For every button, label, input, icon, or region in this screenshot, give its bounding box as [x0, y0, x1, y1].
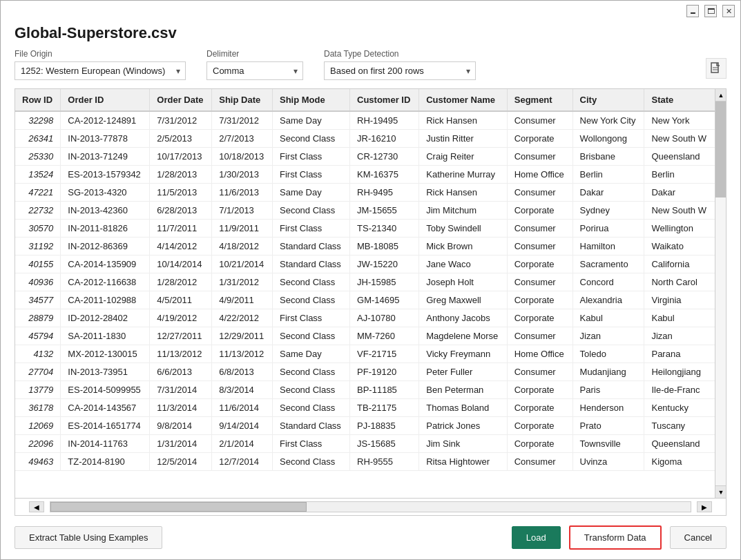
cell-2: 11/7/2011	[150, 220, 212, 238]
cell-5: VF-21715	[350, 345, 419, 363]
cell-9: North Carol	[644, 273, 715, 291]
maximize-button[interactable]: 🗖	[704, 5, 717, 17]
cell-2: 2/5/2013	[150, 130, 212, 148]
cell-8: New York City	[572, 111, 644, 130]
cell-2: 1/28/2012	[150, 273, 212, 291]
cell-9: Jizan	[644, 327, 715, 345]
header-row: Row IDOrder IDOrder DateShip DateShip Mo…	[15, 89, 715, 111]
cell-3: 12/7/2014	[212, 453, 273, 471]
minimize-button[interactable]: 🗕	[686, 5, 699, 17]
cell-7: Consumer	[507, 273, 572, 291]
table-row: 27704IN-2013-739516/6/20136/8/2013Second…	[15, 363, 715, 381]
cell-0: 13524	[15, 166, 61, 184]
cell-5: MM-7260	[350, 327, 419, 345]
cell-6: Rick Hansen	[419, 111, 508, 130]
cell-9: New South W	[644, 202, 715, 220]
column-header-ship-date: Ship Date	[212, 89, 273, 111]
vertical-scrollbar[interactable]: ▲ ▼	[715, 89, 726, 498]
cell-8: Porirua	[572, 220, 644, 238]
table-inner[interactable]: Row IDOrder IDOrder DateShip DateShip Mo…	[15, 89, 715, 498]
cell-2: 12/27/2011	[150, 327, 212, 345]
cell-6: Peter Fuller	[419, 363, 508, 381]
cell-6: Craig Reiter	[419, 148, 508, 166]
scroll-right-button[interactable]: ▶	[697, 501, 712, 512]
cell-5: KM-16375	[350, 166, 419, 184]
cell-7: Consumer	[507, 327, 572, 345]
cell-6: Jim Sink	[419, 435, 508, 453]
cell-6: Vicky Freymann	[419, 345, 508, 363]
cell-3: 11/6/2013	[212, 184, 273, 202]
scroll-down-button[interactable]: ▼	[715, 485, 726, 498]
scroll-thumb	[715, 102, 726, 197]
cell-1: IN-2014-11763	[61, 435, 150, 453]
cell-9: Kentucky	[644, 399, 715, 417]
cell-9: Berlin	[644, 166, 715, 184]
scroll-up-button[interactable]: ▲	[715, 89, 726, 102]
cell-0: 36178	[15, 399, 61, 417]
cell-7: Corporate	[507, 130, 572, 148]
cell-9: Queensland	[644, 435, 715, 453]
column-header-order-date: Order Date	[150, 89, 212, 111]
cell-1: IN-2012-86369	[61, 238, 150, 255]
data-type-select-wrapper[interactable]: Based on first 200 rows	[324, 61, 476, 80]
cell-3: 1/31/2012	[212, 273, 273, 291]
cell-0: 49463	[15, 453, 61, 471]
cell-7: Corporate	[507, 202, 572, 220]
column-header-row-id: Row ID	[15, 89, 61, 111]
cell-1: SG-2013-4320	[61, 184, 150, 202]
table-row: 31192IN-2012-863694/14/20124/18/2012Stan…	[15, 238, 715, 255]
close-button[interactable]: ✕	[722, 5, 735, 17]
data-type-select[interactable]: Based on first 200 rows	[324, 61, 476, 80]
cell-1: IN-2013-73951	[61, 363, 150, 381]
cell-3: 2/7/2013	[212, 130, 273, 148]
cell-4: Second Class	[272, 327, 349, 345]
cell-8: Jizan	[572, 327, 644, 345]
table-row: 22732IN-2013-423606/28/20137/1/2013Secon…	[15, 202, 715, 220]
table-row: 40155CA-2014-13590910/14/201410/21/2014S…	[15, 255, 715, 273]
cell-3: 10/18/2013	[212, 148, 273, 166]
extract-table-button[interactable]: Extract Table Using Examples	[15, 526, 162, 549]
cell-8: Henderson	[572, 399, 644, 417]
cell-4: First Class	[272, 220, 349, 238]
delimiter-select[interactable]: Comma	[206, 61, 303, 80]
cell-2: 11/5/2013	[150, 184, 212, 202]
table-row: 36178CA-2014-14356711/3/201411/6/2014Sec…	[15, 399, 715, 417]
cell-2: 4/5/2011	[150, 291, 212, 309]
cell-0: 25330	[15, 148, 61, 166]
table-row: 13524ES-2013-15793421/28/20131/30/2013Fi…	[15, 166, 715, 184]
cell-2: 4/19/2012	[150, 309, 212, 327]
cell-8: Concord	[572, 273, 644, 291]
cell-3: 11/13/2012	[212, 345, 273, 363]
cell-5: CR-12730	[350, 148, 419, 166]
cell-1: IN-2013-71249	[61, 148, 150, 166]
load-button[interactable]: Load	[512, 526, 561, 549]
cell-9: New South W	[644, 130, 715, 148]
cell-2: 9/8/2014	[150, 417, 212, 435]
cell-7: Consumer	[507, 148, 572, 166]
horizontal-scrollbar[interactable]: ◀ ▶	[15, 498, 726, 515]
cell-2: 1/28/2013	[150, 166, 212, 184]
data-type-group: Data Type Detection Based on first 200 r…	[324, 49, 476, 80]
file-origin-select-wrapper[interactable]: 1252: Western European (Windows)	[15, 61, 186, 80]
cell-8: Wollongong	[572, 130, 644, 148]
cell-2: 11/13/2012	[150, 345, 212, 363]
cancel-button[interactable]: Cancel	[670, 526, 726, 549]
cell-5: TB-21175	[350, 399, 419, 417]
file-icon	[711, 62, 722, 75]
h-scroll-thumb	[50, 502, 307, 512]
cell-8: Uvinza	[572, 453, 644, 471]
delimiter-select-wrapper[interactable]: Comma	[206, 61, 303, 80]
cell-3: 2/1/2014	[212, 435, 273, 453]
cell-4: Standard Class	[272, 238, 349, 255]
file-icon-button[interactable]	[706, 58, 726, 79]
cell-3: 6/8/2013	[212, 363, 273, 381]
cell-9: Parana	[644, 345, 715, 363]
file-origin-select[interactable]: 1252: Western European (Windows)	[15, 61, 186, 80]
cell-5: JM-15655	[350, 202, 419, 220]
scroll-track[interactable]	[715, 102, 726, 485]
transform-data-button[interactable]: Transform Data	[569, 525, 662, 550]
cell-2: 4/14/2012	[150, 238, 212, 255]
h-scroll-track[interactable]	[50, 501, 691, 512]
scroll-left-button[interactable]: ◀	[29, 501, 44, 512]
cell-1: MX-2012-130015	[61, 345, 150, 363]
